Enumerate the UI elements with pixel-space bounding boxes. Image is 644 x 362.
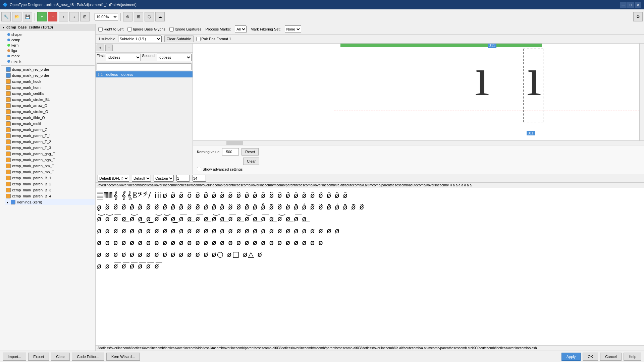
pair-remove-button[interactable]: −: [105, 45, 113, 51]
zoom-select[interactable]: 19.00%: [95, 13, 118, 20]
cat-item-ccmp[interactable]: ccmp: [1, 37, 95, 43]
pair-pos-text: Pair Pos Format 1: [202, 37, 231, 41]
glyph-item-8[interactable]: ccmp_mark_tilde_O: [5, 115, 95, 121]
toolbar-btn-up[interactable]: ↑: [59, 12, 68, 21]
process-marks-select[interactable]: All: [235, 25, 247, 33]
glyph-item-4[interactable]: ccmp_mark_cedilla: [5, 90, 95, 97]
bottom-toolbar-right: Apply OK Cancel Help: [561, 353, 641, 361]
glyph-view-opt3[interactable]: Custom: [154, 175, 174, 182]
subtable-select[interactable]: Subtable 1 (1/1): [118, 36, 162, 42]
ignore-ligatures-label[interactable]: Ignore Ligatures: [169, 27, 202, 32]
glyph-item-20[interactable]: ccmp_mark_paren_B_3: [5, 187, 95, 193]
glyph-item-10[interactable]: ccmp_mark_paren_C: [5, 127, 95, 133]
clear-bottom-button[interactable]: Clear: [51, 353, 70, 361]
toolbar-btn-remove[interactable]: −: [48, 12, 57, 21]
toolbar-btn-add[interactable]: +: [37, 12, 47, 21]
title-bar: 🔷 OpenType Designer - unitipa8_new_48 : …: [0, 0, 644, 9]
toolbar-btn-5[interactable]: ⬡: [145, 12, 154, 21]
glyph-item-5[interactable]: ccmp_mark_stroke_BL: [5, 97, 95, 103]
kern-clear-button[interactable]: Clear: [243, 158, 259, 165]
glyph-item-17[interactable]: ccmp_mark_paren_mb_T: [5, 169, 95, 175]
glyph-view-opt2[interactable]: Default: [132, 175, 151, 182]
kern-value-2: 311: [527, 131, 535, 135]
cancel-button[interactable]: Cancel: [600, 353, 622, 361]
cat-item-kern[interactable]: kern: [1, 43, 95, 48]
maximize-button[interactable]: □: [627, 2, 634, 8]
glyph-view-num1[interactable]: [176, 175, 190, 182]
preview-scrollbar-v[interactable]: [639, 44, 644, 140]
glyph-item-19[interactable]: ccmp_mark_paren_B_2: [5, 181, 95, 187]
right-to-left-checkbox[interactable]: [98, 27, 103, 32]
glyph-label-kerning: Kerning1 (kern): [17, 200, 42, 204]
cat-item-mkmk[interactable]: mkmk: [1, 59, 95, 64]
glyph-item-7[interactable]: ccmp_mark_stroke_O: [5, 109, 95, 115]
subtable-row: 1 subtable Subtable 1 (1/1) Clear Subtab…: [96, 35, 644, 44]
pair-pos-checkbox[interactable]: [196, 37, 201, 41]
glyph-view-num2[interactable]: [193, 175, 206, 182]
preview-scrollbar-h[interactable]: [193, 140, 644, 145]
glyph-item-2[interactable]: ccmp_mark_hook: [5, 78, 95, 84]
toolbar-btn-table[interactable]: ⊞: [134, 12, 143, 21]
toolbar-btn-crosshair[interactable]: ⊕: [123, 12, 132, 21]
glyph-item-11[interactable]: ccmp_mark_paren_T_1: [5, 133, 95, 139]
glyph-item-14[interactable]: ccmp_mark_paren_gag_T: [5, 151, 95, 157]
ignore-ligatures-checkbox[interactable]: [169, 27, 174, 32]
right-to-left-label[interactable]: Right to Left: [98, 27, 123, 32]
glyph-label-16: ccmp_mark_paren_bm_T: [12, 164, 54, 168]
glyph-items-container: dcmp_mark_rev_order dcmp_mark_rev_order …: [1, 66, 95, 205]
glyph-item-9[interactable]: ccmp_mark_multi: [5, 121, 95, 127]
ignore-base-glyphs-label[interactable]: Ignore Base Glyphs: [127, 27, 165, 32]
toolbar-btn-1[interactable]: 🔧: [1, 12, 11, 21]
glyph-icon-16: [6, 164, 11, 168]
glyph-item-6[interactable]: ccmp_mark_arrow_O: [5, 103, 95, 109]
glyph-item-15[interactable]: ccmp_mark_paren_aga_T: [5, 157, 95, 163]
reset-button[interactable]: Reset: [241, 148, 259, 156]
help-button[interactable]: Help: [624, 353, 641, 361]
ok-button[interactable]: OK: [583, 353, 598, 361]
left-panel-title: dcmp_base_cedilla (10/10): [6, 25, 53, 29]
cat-item-shaper[interactable]: shaper: [1, 32, 95, 37]
kern-green-bar: [340, 44, 542, 47]
glyph-item-21[interactable]: ccmp_mark_paren_B_4: [5, 193, 95, 199]
toolbar-btn-settings[interactable]: ⚙: [633, 12, 643, 21]
glyph-item-3[interactable]: ccmp_mark_horn: [5, 84, 95, 90]
first-select[interactable]: idotless: [106, 54, 141, 61]
close-button[interactable]: ✕: [635, 2, 641, 8]
toolbar-btn-cloud[interactable]: ☁: [155, 12, 165, 21]
ignore-base-glyphs-checkbox[interactable]: [127, 27, 132, 32]
pair-add-button[interactable]: +: [97, 45, 104, 51]
apply-button[interactable]: Apply: [561, 353, 581, 361]
minimize-button[interactable]: —: [620, 2, 627, 8]
glyph-item-12[interactable]: ccmp_mark_paren_T_2: [5, 139, 95, 145]
glyph-row-1: 𝄛𝄜𝄝𝄞 𝄟𝄠𝄡𝄢𝄣/ iiiø ø̃ ø̄ õ ø̄ ø̈ ø̄ ø̈ ø̄ …: [97, 189, 643, 201]
cat-item-mark[interactable]: mark: [1, 53, 95, 59]
clear-subtable-button[interactable]: Clear Subtable: [164, 36, 194, 42]
second-select[interactable]: idotless: [157, 54, 192, 61]
mark-filtering-select[interactable]: None: [285, 25, 301, 33]
kern-value-input[interactable]: 500: [222, 148, 239, 156]
glyph-item-1[interactable]: dcmp_mark_rev_order: [5, 72, 95, 78]
glyph-item-18[interactable]: ccmp_mark_paren_B_1: [5, 175, 95, 181]
toolbar-btn-2[interactable]: 📂: [12, 12, 21, 21]
toolbar-btn-3[interactable]: 💾: [23, 12, 32, 21]
cat-item-liga[interactable]: liga: [1, 48, 95, 53]
code-editor-button[interactable]: Code Editor...: [72, 353, 104, 361]
glyph-row-2: ø̤ ø̈ ø̈ ø̃ ø̄ ø̈ ø̄ ø̈ ø̄ ø̈ ø̄ ø̈ ø̄ ø…: [97, 201, 643, 213]
export-button[interactable]: Export: [28, 353, 49, 361]
glyph-view-opt1[interactable]: Default (DFLT): [98, 175, 129, 182]
glyph-item-kerning[interactable]: Kerning1 (kern): [5, 199, 95, 205]
pair-filter-input[interactable]: [97, 63, 192, 70]
advanced-settings-checkbox[interactable]: [197, 167, 201, 171]
glyph-item-13[interactable]: ccmp_mark_paren_T_3: [5, 145, 95, 151]
glyph-icon-0: [6, 67, 11, 72]
glyph-item-16[interactable]: ccmp_mark_paren_bm_T: [5, 163, 95, 169]
toolbar-btn-down[interactable]: ↓: [69, 12, 79, 21]
glyph-item-0[interactable]: dcmp_mark_rev_order: [5, 66, 95, 72]
title-bar-controls[interactable]: — □ ✕: [620, 2, 641, 8]
toolbar-btn-multi[interactable]: ⊞: [80, 12, 90, 21]
pair-pos-format-label[interactable]: Pair Pos Format 1: [196, 37, 231, 41]
import-button[interactable]: Import...: [3, 353, 26, 361]
pair-entry-0[interactable]: 1 1 idotless idotless: [96, 71, 193, 77]
ignore-base-glyphs-text: Ignore Base Glyphs: [133, 27, 165, 31]
kern-wizard-button[interactable]: Kern Wizard...: [106, 353, 140, 361]
